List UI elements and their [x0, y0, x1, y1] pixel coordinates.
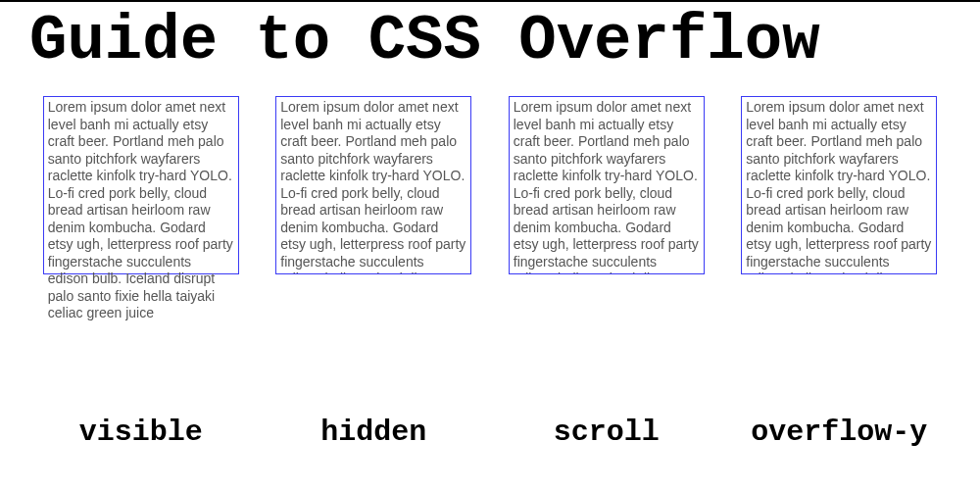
label-hidden: hidden	[275, 416, 471, 449]
overflow-box-hidden: Lorem ipsum dolor amet next level banh m…	[275, 96, 471, 274]
labels-row: visible hidden scroll overflow-y	[0, 416, 980, 449]
overflow-box-scroll[interactable]: Lorem ipsum dolor amet next level banh m…	[509, 96, 705, 274]
example-hidden: Lorem ipsum dolor amet next level banh m…	[275, 96, 471, 278]
examples-row: Lorem ipsum dolor amet next level banh m…	[0, 96, 980, 278]
label-visible: visible	[43, 416, 239, 449]
example-visible: Lorem ipsum dolor amet next level banh m…	[43, 96, 239, 278]
page-title: Guide to CSS Overflow	[29, 6, 980, 76]
overflow-box-overflow-y[interactable]: Lorem ipsum dolor amet next level banh m…	[741, 96, 937, 274]
overflow-box-visible: Lorem ipsum dolor amet next level banh m…	[43, 96, 239, 274]
example-scroll: Lorem ipsum dolor amet next level banh m…	[509, 96, 705, 278]
label-overflow-y: overflow-y	[741, 416, 937, 449]
label-scroll: scroll	[509, 416, 705, 449]
example-overflow-y: Lorem ipsum dolor amet next level banh m…	[741, 96, 937, 278]
